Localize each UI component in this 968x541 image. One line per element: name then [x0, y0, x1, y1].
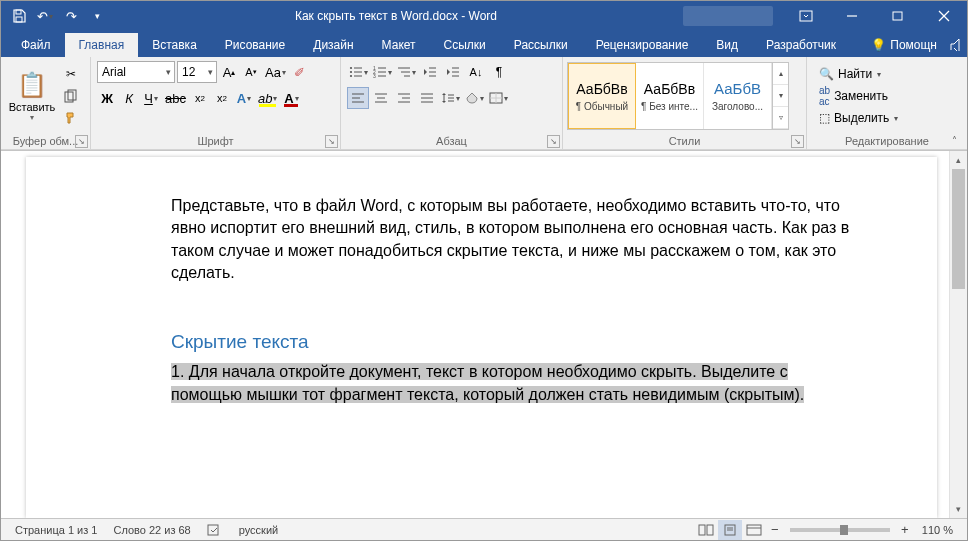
font-family-select[interactable]: Arial — [97, 61, 175, 83]
zoom-slider[interactable] — [790, 528, 890, 532]
tab-layout[interactable]: Макет — [368, 33, 430, 57]
close-icon[interactable] — [921, 1, 967, 31]
highlight-icon[interactable]: ab▾ — [256, 87, 279, 109]
document-area: Представьте, что в файл Word, с которым … — [1, 151, 967, 518]
minimize-icon[interactable] — [829, 1, 875, 31]
align-center-icon[interactable] — [370, 87, 392, 109]
page[interactable]: Представьте, что в файл Word, с которым … — [26, 157, 937, 518]
show-marks-icon[interactable]: ¶ — [488, 61, 510, 83]
font-size-select[interactable]: 12 — [177, 61, 217, 83]
shading-icon[interactable]: ▾ — [463, 87, 486, 109]
shrink-font-icon[interactable]: A▾ — [241, 61, 261, 83]
body-paragraph-selected[interactable]: 1. Для начала откройте документ, текст в… — [171, 361, 857, 406]
style-heading1[interactable]: АаБбВ Заголово... — [704, 63, 772, 129]
svg-rect-51 — [707, 525, 713, 535]
text-effects-icon[interactable]: A▾ — [234, 87, 254, 109]
tab-design[interactable]: Дизайн — [299, 33, 367, 57]
account-indicator[interactable] — [683, 6, 773, 26]
font-color-icon[interactable]: A▾ — [281, 87, 301, 109]
tab-review[interactable]: Рецензирование — [582, 33, 703, 57]
bold-icon[interactable]: Ж — [97, 87, 117, 109]
decrease-indent-icon[interactable] — [419, 61, 441, 83]
page-content[interactable]: Представьте, что в файл Word, с которым … — [171, 195, 857, 406]
tab-mailings[interactable]: Рассылки — [500, 33, 582, 57]
tab-insert[interactable]: Вставка — [138, 33, 211, 57]
select-button[interactable]: ⬚Выделить▾ — [815, 107, 902, 129]
zoom-level[interactable]: 110 % — [914, 524, 961, 536]
italic-icon[interactable]: К — [119, 87, 139, 109]
line-spacing-icon[interactable]: ▾ — [439, 87, 462, 109]
multilevel-icon[interactable]: ▾ — [395, 61, 418, 83]
styles-down-icon[interactable]: ▾ — [773, 85, 788, 107]
print-layout-icon[interactable] — [718, 520, 742, 540]
group-paragraph-label: Абзац — [345, 133, 558, 150]
tab-references[interactable]: Ссылки — [430, 33, 500, 57]
zoom-thumb[interactable] — [840, 525, 848, 535]
strikethrough-icon[interactable]: abc — [163, 87, 188, 109]
find-label: Найти — [838, 67, 872, 81]
scroll-up-icon[interactable]: ▴ — [950, 151, 967, 169]
zoom-out-icon[interactable]: − — [766, 522, 784, 537]
read-mode-icon[interactable] — [694, 520, 718, 540]
vertical-scrollbar[interactable]: ▴ ▾ — [949, 151, 967, 518]
tab-developer[interactable]: Разработчик — [752, 33, 850, 57]
ribbon-options-icon[interactable] — [783, 1, 829, 31]
grow-font-icon[interactable]: A▴ — [219, 61, 239, 83]
styles-expand-icon[interactable]: ▿ — [773, 107, 788, 129]
save-icon[interactable] — [7, 4, 31, 28]
superscript-icon[interactable]: x2 — [212, 87, 232, 109]
styles-up-icon[interactable]: ▴ — [773, 63, 788, 85]
align-right-icon[interactable] — [393, 87, 415, 109]
format-painter-icon[interactable] — [61, 108, 81, 128]
paragraph-dialog-launcher[interactable]: ↘ — [547, 135, 560, 148]
replace-button[interactable]: abacЗаменить — [815, 85, 902, 107]
tab-home[interactable]: Главная — [65, 33, 139, 57]
language-indicator[interactable]: русский — [231, 524, 286, 536]
copy-icon[interactable] — [61, 86, 81, 106]
align-left-icon[interactable] — [347, 87, 369, 109]
body-paragraph[interactable]: Представьте, что в файл Word, с которым … — [171, 195, 857, 285]
clipboard-dialog-launcher[interactable]: ↘ — [75, 135, 88, 148]
increase-indent-icon[interactable] — [442, 61, 464, 83]
page-indicator[interactable]: Страница 1 из 1 — [7, 524, 105, 536]
maximize-icon[interactable] — [875, 1, 921, 31]
redo-icon[interactable]: ↷ — [59, 4, 83, 28]
word-count[interactable]: Слово 22 из 68 — [105, 524, 198, 536]
undo-icon[interactable]: ↶▾ — [33, 4, 57, 28]
borders-icon[interactable]: ▾ — [487, 87, 510, 109]
subscript-icon[interactable]: x2 — [190, 87, 210, 109]
underline-icon[interactable]: Ч▾ — [141, 87, 161, 109]
change-case-icon[interactable]: Aa▾ — [263, 61, 288, 83]
spellcheck-icon[interactable] — [199, 523, 231, 537]
tab-view[interactable]: Вид — [702, 33, 752, 57]
paste-button[interactable]: 📋 Вставить ▾ — [5, 62, 59, 130]
svg-point-11 — [350, 71, 352, 73]
tab-draw[interactable]: Рисование — [211, 33, 299, 57]
web-layout-icon[interactable] — [742, 520, 766, 540]
styles-gallery: АаБбВв ¶ Обычный АаБбВв ¶ Без инте... Аа… — [567, 62, 789, 130]
font-dialog-launcher[interactable]: ↘ — [325, 135, 338, 148]
zoom-in-icon[interactable]: + — [896, 522, 914, 537]
heading[interactable]: Скрытие текста — [171, 329, 857, 356]
sort-icon[interactable]: А↓ — [465, 61, 487, 83]
paste-label: Вставить — [9, 101, 56, 113]
style-normal[interactable]: АаБбВв ¶ Обычный — [568, 63, 636, 129]
selected-text[interactable]: 1. Для начала откройте документ, текст в… — [171, 363, 804, 402]
tab-file[interactable]: Файл — [7, 33, 65, 57]
qat-customize-icon[interactable]: ▾ — [85, 4, 109, 28]
scroll-down-icon[interactable]: ▾ — [950, 500, 967, 518]
scroll-track[interactable] — [950, 169, 967, 500]
find-button[interactable]: 🔍Найти▾ — [815, 63, 902, 85]
collapse-ribbon-icon[interactable]: ˄ — [945, 133, 963, 147]
justify-icon[interactable] — [416, 87, 438, 109]
style-no-spacing[interactable]: АаБбВв ¶ Без инте... — [636, 63, 704, 129]
tell-me[interactable]: 💡Помощн — [861, 38, 947, 57]
scroll-thumb[interactable] — [952, 169, 965, 289]
share-icon[interactable] — [947, 31, 967, 57]
clear-formatting-icon[interactable]: ✐ — [290, 61, 310, 83]
bullets-icon[interactable]: ▾ — [347, 61, 370, 83]
styles-dialog-launcher[interactable]: ↘ — [791, 135, 804, 148]
group-editing: 🔍Найти▾ abacЗаменить ⬚Выделить▾ Редактир… — [807, 57, 967, 150]
cut-icon[interactable]: ✂ — [61, 64, 81, 84]
numbering-icon[interactable]: 123▾ — [371, 61, 394, 83]
